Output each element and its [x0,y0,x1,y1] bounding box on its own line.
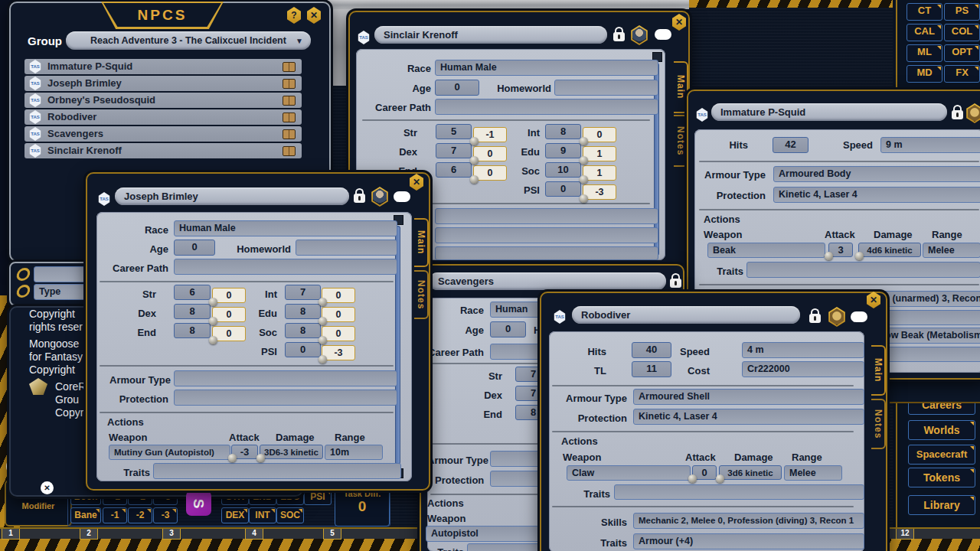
chat-bubble-icon[interactable] [394,191,410,202]
dex-value[interactable]: 7 [436,143,472,158]
toolbar-button-ct[interactable]: CT [906,3,942,21]
armour-type-field[interactable] [174,370,397,386]
roll-knob-icon[interactable] [209,298,217,306]
roll-knob-icon[interactable] [825,252,833,260]
roll-knob-icon[interactable] [209,317,217,325]
int-value[interactable]: 7 [285,285,321,300]
npc-name-field[interactable]: Robodiver [572,306,800,324]
lock-icon[interactable] [613,32,625,41]
help-icon[interactable]: ? [286,7,302,24]
end-value[interactable]: 6 [436,162,472,178]
close-icon[interactable]: ✕ [866,292,881,308]
hits-field[interactable]: 42 [773,137,808,153]
roll-knob-icon[interactable] [318,317,327,325]
portrait-icon[interactable] [965,103,980,123]
roll-knob-icon[interactable] [470,175,479,184]
psi-value[interactable]: 0 [285,342,321,357]
syrinscape-icon[interactable]: S [186,491,211,516]
lock-icon[interactable] [809,314,821,323]
weapon-damage-field[interactable]: 3D6-3 kinetic [260,445,323,459]
weapon-name-field[interactable]: Claw [567,465,691,481]
book-icon[interactable] [283,62,296,72]
homeworld-field[interactable] [554,80,658,96]
portrait-icon[interactable] [630,25,648,45]
sidebar-button-spacecraft[interactable]: Spacecraft [908,445,975,465]
roll-knob-icon[interactable] [855,252,864,260]
roll-knob-icon[interactable] [580,137,588,145]
book-icon[interactable] [283,96,296,106]
toolbar-button-col[interactable]: COL [944,24,980,41]
psi-value[interactable]: 0 [545,181,581,197]
cost-field[interactable]: Cr222000 [742,361,864,377]
weapon-range-field[interactable]: Melee [923,243,980,258]
portrait-icon[interactable] [371,187,389,207]
roll-knob-icon[interactable] [256,454,265,462]
tab-notes[interactable]: Notes [414,270,429,319]
lock-icon[interactable] [670,279,681,288]
hits-field[interactable]: 40 [632,342,671,358]
tl-field[interactable]: 11 [632,361,671,377]
homeworld-field[interactable] [296,240,397,256]
traits-field[interactable]: Armour (+4) [633,533,864,549]
toolbar-button-ps[interactable]: PS [944,3,980,21]
toolbar-button-md[interactable]: MD [906,65,942,83]
book-icon[interactable] [283,146,296,156]
protection-field[interactable]: Kinetic 4, Laser 4 [773,187,980,203]
roll-knob-icon[interactable] [688,474,697,483]
roll-knob-icon[interactable] [580,194,588,203]
weapon-range-field[interactable]: 10m [325,445,383,460]
protection-field[interactable] [174,390,397,406]
age-field[interactable]: 0 [435,80,479,96]
weapon-damage-field[interactable]: 4d6 kinetic [858,243,921,257]
protection-field[interactable]: Kinetic 4, Laser 4 [633,409,864,425]
close-icon[interactable]: ✕ [306,7,322,24]
npc-list-item[interactable]: TAS Joseph Brimley [24,76,302,91]
str-value[interactable]: 6 [174,285,211,300]
weapon-name-field[interactable]: Mutiny Gun (Autopistol) [109,445,230,460]
speed-field[interactable]: 9 m [880,137,980,153]
tab-main[interactable]: Main [871,345,886,396]
speed-field[interactable]: 4 m [742,342,864,358]
chevron-down-icon[interactable]: ▼ [296,37,303,45]
dex-value[interactable]: 8 [174,304,211,319]
npc-name-field[interactable]: Scavengers [429,272,666,290]
roll-knob-icon[interactable] [228,454,237,462]
roll-knob-icon[interactable] [318,355,327,364]
stat-roll-dex-button[interactable]: DEX [221,507,249,523]
armour-type-field[interactable]: Armoured Body [773,166,980,182]
stat-roll-psi-button[interactable]: PSI [304,489,332,505]
toolbar-button-cal[interactable]: CAL [906,24,942,41]
career-path-field[interactable] [435,99,658,115]
armour-type-field[interactable]: Armoured Shell [633,389,864,405]
group-dropdown[interactable]: Reach Adventure 3 - The Calixcuel Incide… [66,31,311,50]
weapon-traits-field[interactable] [746,262,980,278]
weapon-damage-field[interactable]: 3d6 kinetic [719,465,782,480]
chat-bubble-icon[interactable] [851,311,867,322]
protection-field[interactable] [435,227,658,243]
bane-minus2-button[interactable]: -2 [128,507,152,523]
stat-roll-int-button[interactable]: INT [249,507,276,523]
edu-value[interactable]: 8 [285,304,321,319]
npc-name-field[interactable]: Immature P-Squid [711,103,947,121]
roll-knob-icon[interactable] [716,474,724,483]
age-field[interactable]: 0 [490,321,526,337]
weapon-range-field[interactable]: Melee [784,465,842,481]
toolbar-button-fx[interactable]: FX [944,65,980,83]
int-value[interactable]: 8 [545,124,581,139]
skills-field[interactable]: Mechanic 2, Melee 0, Profession (diving)… [633,513,864,529]
npc-list-item[interactable]: TAS Orbney's Pseudosquid [24,93,302,108]
roll-knob-icon[interactable] [580,175,588,184]
bane-minus1-button[interactable]: -1 [103,507,127,523]
roll-knob-icon[interactable] [470,156,479,165]
weapon-traits-field[interactable] [153,463,401,479]
task-difficulty-panel[interactable]: Task Diff. 0 [335,487,390,527]
toolbar-button-opt[interactable]: OPT [944,44,980,62]
race-field[interactable]: Human Male [435,60,658,76]
toolbar-button-ml[interactable]: ML [906,44,942,62]
sidebar-button-library[interactable]: Library [908,495,975,515]
book-icon[interactable] [283,79,296,89]
robodiver-window[interactable]: ✕ TAS Robodiver Main Notes Hits 40 Speed… [540,292,887,551]
armour-type-field[interactable] [435,208,658,224]
bane-minus3-button[interactable]: -3 [153,507,178,523]
soc-value[interactable]: 10 [545,162,581,178]
